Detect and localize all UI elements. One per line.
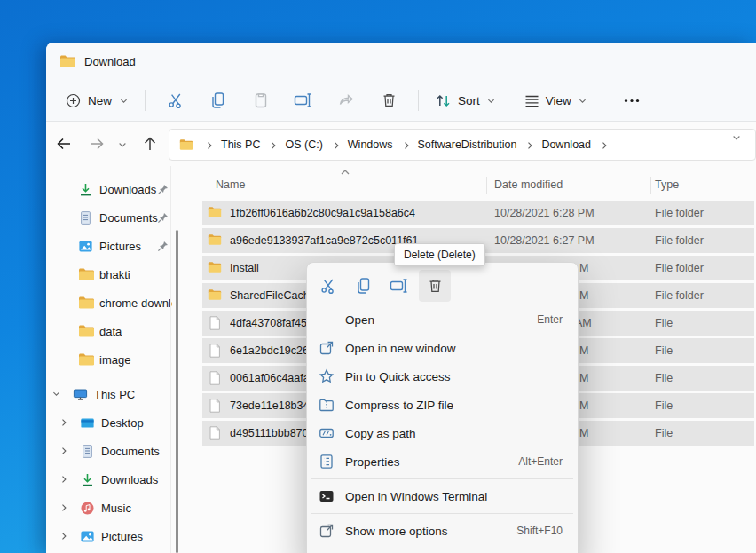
context-menu-item-properties[interactable]: PropertiesAlt+Enter: [311, 447, 574, 476]
sidebar-item-pictures[interactable]: Pictures: [46, 232, 179, 260]
context-copy-button[interactable]: [348, 270, 380, 302]
sidebar-item-this-pc[interactable]: This PC: [46, 380, 179, 408]
see-more-button[interactable]: [616, 84, 648, 116]
sidebar-item-pictures[interactable]: Pictures: [46, 522, 179, 550]
context-menu-item-open-in-new-window[interactable]: Open in new window: [311, 334, 574, 362]
recent-locations-button[interactable]: [109, 131, 134, 156]
chevron-down-icon[interactable]: [51, 389, 62, 399]
new-button[interactable]: New: [57, 85, 138, 115]
context-rename-button[interactable]: [383, 270, 415, 302]
pane-separator: [170, 166, 171, 553]
file-date-partial: M: [579, 262, 588, 274]
file-name: SharedFileCache: [230, 289, 316, 302]
context-menu-item-pin-to-quick-access[interactable]: Pin to Quick access: [311, 362, 574, 391]
view-button[interactable]: View: [516, 85, 596, 115]
sidebar-item-downloads[interactable]: Downloads: [46, 175, 179, 203]
column-header-date-modified[interactable]: Date modified: [494, 178, 563, 191]
context-delete-button[interactable]: [419, 270, 451, 302]
file-row[interactable]: 1fb26ff0616a6b2c80c9a1c9a158a6c410/28/20…: [202, 201, 754, 225]
sidebar-item-label: Music: [101, 502, 172, 515]
rename-button[interactable]: [287, 84, 319, 116]
document-icon: [80, 444, 95, 459]
column-header-type[interactable]: Type: [655, 178, 679, 191]
file-date-partial: M: [579, 427, 588, 439]
sidebar-item-chrome-downlo[interactable]: chrome downlo: [46, 288, 179, 317]
breadcrumb-item[interactable]: OS (C:): [283, 136, 324, 154]
context-menu-item-label: Copy as path: [345, 427, 574, 440]
chevron-down-icon: [578, 96, 587, 106]
column-separator[interactable]: [650, 177, 651, 194]
file-name: 1fb26ff0616a6b2c80c9a1c9a158a6c4: [230, 207, 415, 219]
file-name: a96ede9133937af1ca9e872c5c011f61: [230, 234, 418, 247]
view-button-label: View: [546, 94, 571, 107]
music-icon: [80, 501, 95, 516]
back-arrow-icon: [56, 137, 72, 151]
sidebar-item-desktop[interactable]: Desktop: [46, 408, 179, 437]
breadcrumb-item[interactable]: SoftwareDistribution: [416, 136, 519, 154]
column-separator[interactable]: [486, 177, 487, 194]
back-button[interactable]: [51, 131, 76, 156]
context-menu-item-copy-as-path[interactable]: Copy as path: [311, 419, 574, 447]
sort-button[interactable]: Sort: [426, 85, 505, 115]
download-icon: [80, 472, 95, 487]
file-type: File folder: [655, 262, 704, 274]
file-type: File: [655, 344, 673, 357]
context-menu-item-compress-to-zip-file[interactable]: Compress to ZIP file: [311, 391, 574, 419]
window-title: Download: [84, 55, 136, 68]
chevron-right-icon[interactable]: [59, 417, 69, 428]
context-menu-item-label: Pin to Quick access: [345, 370, 574, 383]
sidebar-item-data[interactable]: data: [46, 317, 179, 345]
toolbar-divider: [145, 90, 146, 111]
context-menu-item-label: Show more options: [345, 525, 516, 538]
context-menu-item-label: Open in new window: [345, 342, 574, 355]
star-icon: [319, 368, 335, 384]
breadcrumb-item[interactable]: Windows: [346, 136, 395, 154]
pictures-icon: [80, 529, 95, 544]
file-type: File: [655, 317, 673, 329]
ellipsis-icon: [624, 99, 640, 103]
chevron-right-icon[interactable]: [59, 474, 69, 485]
download-icon: [78, 182, 93, 197]
address-dropdown-chevron-icon[interactable]: [731, 132, 742, 143]
context-menu-item-show-more-options[interactable]: Show more optionsShift+F10: [311, 517, 574, 545]
delete-button[interactable]: [373, 84, 405, 116]
sidebar-item-documents[interactable]: Documents: [46, 203, 179, 232]
sidebar-item-label: Desktop: [101, 416, 172, 430]
context-cut-button[interactable]: [312, 270, 344, 302]
folder-icon: [78, 267, 93, 282]
pin-icon: [157, 184, 169, 195]
context-menu-item-open[interactable]: OpenEnter: [311, 305, 574, 334]
sidebar-item-bhakti[interactable]: bhakti: [46, 260, 179, 288]
breadcrumb-item[interactable]: Download: [539, 136, 593, 154]
sidebar-scrollbar[interactable]: [176, 230, 178, 553]
sidebar-item-documents[interactable]: Documents: [46, 437, 179, 465]
plus-circle-icon: [66, 93, 81, 108]
column-header-name[interactable]: Name: [216, 178, 245, 191]
breadcrumb-separator-icon: [401, 140, 410, 149]
breadcrumb-item[interactable]: This PC: [219, 136, 262, 154]
sidebar-item-music[interactable]: Music: [46, 494, 179, 522]
chevron-right-icon[interactable]: [59, 531, 69, 541]
address-bar[interactable]: This PCOS (C:)WindowsSoftwareDistributio…: [169, 129, 756, 161]
context-menu-separator: [311, 513, 573, 514]
delete-tooltip: Delete (Delete): [394, 243, 485, 266]
navigation-pane: DownloadsDocumentsPicturesbhaktichrome d…: [46, 166, 179, 553]
zip-icon: [319, 397, 335, 413]
sidebar-item-image[interactable]: image: [46, 345, 179, 374]
context-menu-item-open-in-windows-terminal[interactable]: Open in Windows Terminal: [311, 482, 574, 510]
cut-button[interactable]: [160, 84, 192, 116]
terminal-icon: [319, 488, 335, 504]
context-menu-separator: [311, 478, 573, 479]
sidebar-item-downloads[interactable]: Downloads: [46, 465, 179, 494]
chevron-right-icon[interactable]: [59, 502, 69, 513]
file-date-partial: M: [579, 399, 588, 412]
chevron-right-icon[interactable]: [59, 446, 69, 456]
forward-button[interactable]: [84, 131, 109, 156]
rename-icon: [390, 278, 409, 294]
up-button[interactable]: [138, 131, 162, 156]
command-bar: New Sort View: [46, 80, 756, 122]
scissors-icon: [167, 91, 185, 109]
copy-button[interactable]: [202, 84, 234, 116]
desktop-icon: [80, 415, 95, 431]
properties-icon: [319, 454, 335, 470]
